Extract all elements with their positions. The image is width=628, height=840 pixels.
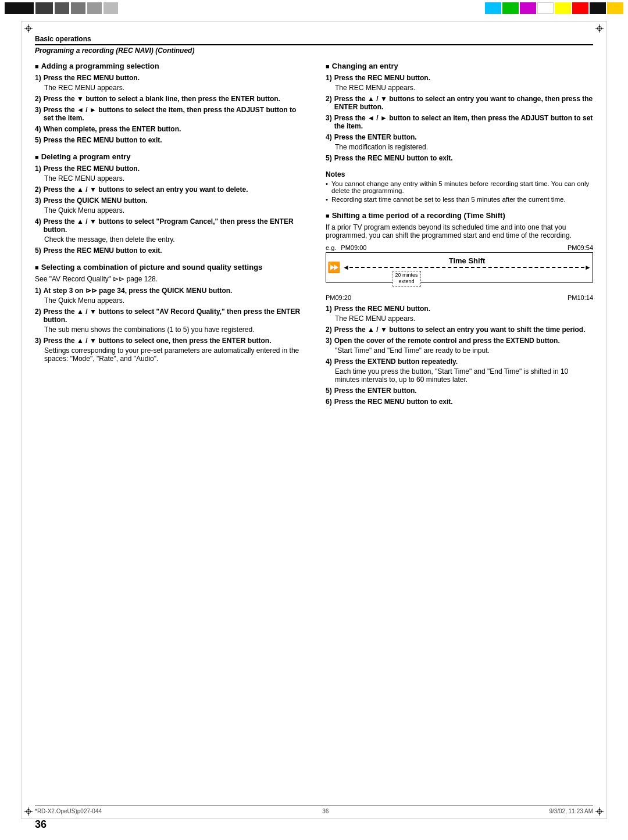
diagram-bottom-left-time: PM09:20 <box>326 294 351 301</box>
step-chg-2-num: 2) <box>326 95 332 111</box>
step-chg-5-num: 5) <box>326 154 332 162</box>
step-chg-1-sub: The REC MENU appears. <box>335 84 593 92</box>
bar-block-6 <box>104 2 118 14</box>
step-del-2: 2) Press the ▲ / ▼ buttons to select an … <box>35 185 302 194</box>
step-add-1-text: Press the REC MENU button. <box>44 74 140 82</box>
diagram-bottom-right-time: PM10:14 <box>568 294 593 301</box>
section-combination-intro: See "AV Record Quality" ⊳⊳ page 128. <box>35 275 302 283</box>
bar-block-1 <box>5 2 34 14</box>
section-changing-heading: Changing an entry <box>326 62 593 70</box>
step-ts-6-num: 6) <box>326 398 332 406</box>
step-comb-3: 3) Press the ▲ / ▼ buttons to select one… <box>35 337 302 363</box>
note-item-1: You cannot change any entry within 5 min… <box>326 180 593 194</box>
color-block-magenta <box>520 2 536 14</box>
step-comb-1: 1) At step 3 on ⊳⊳ page 34, press the QU… <box>35 287 302 305</box>
step-ts-6: 6) Press the REC MENU button to exit. <box>326 398 593 406</box>
two-column-layout: Adding a programming selection 1) Press … <box>35 62 593 414</box>
header-section: Basic operations Programing a recording … <box>35 35 593 55</box>
diagram-bottom-border <box>326 277 593 283</box>
footer: *RD-X2.OpeUS)p027-044 36 9/3/02, 11:23 A… <box>35 805 593 814</box>
note-item-2: Recording start time cannot be set to le… <box>326 196 593 203</box>
step-ts-2-num: 2) <box>326 326 332 334</box>
section-deleting-heading: Deleting a program entry <box>35 152 302 161</box>
step-ts-1-text: Press the REC MENU button. <box>334 305 430 313</box>
footer-left: *RD-X2.OpeUS)p027-044 <box>35 808 102 814</box>
step-del-2-text: Press the ▲ / ▼ buttons to select an ent… <box>44 185 248 194</box>
diagram-middle-area: ⏩ ◄ ► Time Shift 20 mintes <box>326 258 593 277</box>
step-del-2-num: 2) <box>35 185 41 194</box>
color-block-black <box>590 2 606 14</box>
step-chg-5-text: Press the REC MENU button to exit. <box>334 154 453 162</box>
diagram-top-right-time: PM09:54 <box>568 244 593 251</box>
bar-block-4 <box>71 2 85 14</box>
arrow-area: ◄ ► Time Shift 20 mintes extend <box>342 263 591 271</box>
step-comb-1-sub: The Quick Menu appears. <box>44 296 302 305</box>
extend-box: 20 mintes extend <box>392 271 421 287</box>
step-del-3-num: 3) <box>35 196 41 205</box>
step-ts-3-sub: "Start Time" and "End Time" are ready to… <box>335 346 593 355</box>
step-del-1-num: 1) <box>35 165 41 173</box>
page-number: 36 <box>35 818 47 831</box>
programing-label: Programing a recording (REC NAVI) (Conti… <box>35 47 593 55</box>
notes-section: Notes You cannot change any entry within… <box>326 170 593 203</box>
step-ts-4-num: 4) <box>326 358 332 366</box>
step-ts-3-num: 3) <box>326 337 332 345</box>
main-content: Basic operations Programing a recording … <box>35 35 593 805</box>
step-add-1-sub: The REC MENU appears. <box>44 84 302 92</box>
step-add-4-text: When complete, press the ENTER button. <box>44 125 181 133</box>
color-block-white <box>537 2 554 14</box>
top-decorative-bar <box>0 0 628 16</box>
bar-block-2 <box>35 2 53 14</box>
step-add-4-num: 4) <box>35 125 41 133</box>
step-ts-1-num: 1) <box>326 305 332 313</box>
step-ts-4-sub: Each time you press the button, "Start T… <box>335 367 593 384</box>
left-column: Adding a programming selection 1) Press … <box>35 62 302 414</box>
step-add-3-text: Press the ◄ / ► buttons to select the it… <box>44 106 302 122</box>
step-ts-4-text: Press the EXTEND button repeatedly. <box>334 358 458 366</box>
step-add-2-num: 2) <box>35 95 41 103</box>
diagram-eg-label: e.g. <box>326 244 336 251</box>
timeshift-diagram: e.g. PM09:00 PM09:54 ⏩ <box>326 244 593 301</box>
notes-heading: Notes <box>326 170 593 178</box>
step-del-1: 1) Press the REC MENU button. The REC ME… <box>35 165 302 183</box>
arrow-right: ► <box>584 263 591 271</box>
step-chg-1: 1) Press the REC MENU button. The REC ME… <box>326 74 593 92</box>
diagram-bottom-labels: PM09:20 PM10:14 <box>326 294 593 301</box>
step-add-3: 3) Press the ◄ / ► buttons to select the… <box>35 106 302 122</box>
step-del-3-text: Press the QUICK MENU button. <box>44 196 148 205</box>
step-comb-2-num: 2) <box>35 308 41 324</box>
step-add-2: 2) Press the ▼ button to select a blank … <box>35 95 302 103</box>
step-ts-2: 2) Press the ▲ / ▼ buttons to select an … <box>326 326 593 334</box>
step-add-2-text: Press the ▼ button to select a blank lin… <box>44 95 280 103</box>
step-del-4-text: Press the ▲ / ▼ buttons to select "Progr… <box>44 217 302 234</box>
step-del-3: 3) Press the QUICK MENU button. The Quic… <box>35 196 302 215</box>
color-block-green <box>502 2 519 14</box>
diagram-top-left-time: PM09:00 <box>341 244 366 251</box>
step-add-5-text: Press the REC MENU button to exit. <box>44 136 162 144</box>
footer-right: 9/3/02, 11:23 AM <box>549 808 593 814</box>
step-chg-3-num: 3) <box>326 114 332 130</box>
timeshift-label: Time Shift <box>447 256 488 265</box>
step-ts-5-text: Press the ENTER button. <box>334 387 417 395</box>
section-combination-heading: Selecting a combination of picture and s… <box>35 263 302 271</box>
step-ts-4: 4) Press the EXTEND button repeatedly. E… <box>326 358 593 384</box>
bar-block-5 <box>87 2 102 14</box>
color-block-cyan <box>485 2 501 14</box>
step-comb-2: 2) Press the ▲ / ▼ buttons to select "AV… <box>35 308 302 334</box>
right-column: Changing an entry 1) Press the REC MENU … <box>326 62 593 414</box>
step-ts-1-sub: The REC MENU appears. <box>335 314 593 323</box>
top-bar-left-blocks <box>0 0 123 16</box>
tape-icon: ⏩ <box>327 261 340 274</box>
step-del-1-sub: The REC MENU appears. <box>44 174 302 183</box>
step-del-5-num: 5) <box>35 246 41 255</box>
step-ts-5-num: 5) <box>326 387 332 395</box>
top-bar-right-colors <box>480 0 628 16</box>
step-del-1-text: Press the REC MENU button. <box>44 165 140 173</box>
step-del-4: 4) Press the ▲ / ▼ buttons to select "Pr… <box>35 217 302 244</box>
step-add-4: 4) When complete, press the ENTER button… <box>35 125 302 133</box>
section-deleting: Deleting a program entry 1) Press the RE… <box>35 152 302 255</box>
step-comb-2-sub: The sub menu shows the combinations (1 t… <box>44 326 302 334</box>
bar-block-3 <box>55 2 69 14</box>
section-timeshift-heading: Shifting a time period of a recording (T… <box>326 211 593 220</box>
step-comb-1-text: At step 3 on ⊳⊳ page 34, press the QUICK… <box>44 287 233 295</box>
